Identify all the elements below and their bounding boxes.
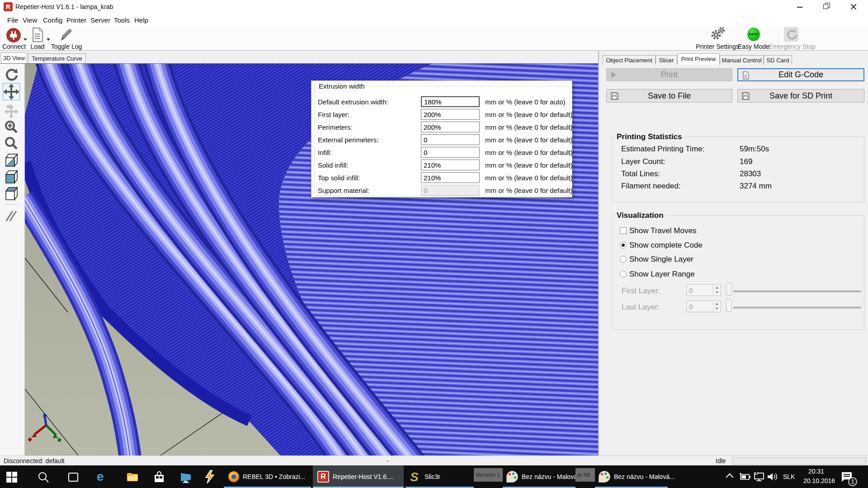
rotate-view-icon[interactable] [5, 68, 18, 81]
easy-mode-button[interactable]: EASY [747, 28, 760, 41]
start-button-icon[interactable] [6, 472, 17, 483]
edit-gcode-button[interactable]: Edit G-Code [737, 68, 864, 81]
show-complete-code-label[interactable]: Show complete Code [629, 241, 703, 250]
remote-desktop-icon[interactable] [180, 472, 192, 483]
toggle-log-label: Toggle Log [51, 43, 82, 50]
show-layer-range-radio[interactable] [620, 271, 627, 277]
external-perimeters-width-input[interactable] [421, 134, 480, 145]
edge-browser-icon[interactable]: e [97, 471, 108, 483]
tab-temperature-curve[interactable]: Temperature Curve [28, 53, 86, 64]
field-hint: mm or % (leave 0 for default) [485, 149, 572, 156]
field-hint: mm or % (leave 0 for default) [485, 136, 572, 144]
emergency-stop-icon [784, 27, 798, 42]
tab-object-placement[interactable]: Object Placement [603, 55, 656, 65]
connect-button[interactable] [6, 28, 21, 43]
firefox-icon [228, 471, 239, 482]
easy-mode-label: Easy Mode [737, 43, 770, 50]
front-view-icon[interactable] [4, 169, 19, 184]
close-button[interactable] [843, 0, 863, 14]
language-indicator[interactable]: SLK [783, 473, 795, 480]
notification-badge[interactable]: 1 [848, 477, 857, 486]
show-layer-range-label[interactable]: Show Layer Range [629, 270, 695, 279]
load-button[interactable] [31, 27, 44, 42]
zoom-in-icon[interactable] [4, 120, 19, 134]
taskbar: e REBEL 3D • Zobrazi... R Repetier-Host … [0, 465, 868, 488]
minimize-button[interactable] [789, 0, 810, 14]
menu-server[interactable]: Server [90, 16, 110, 24]
tab-manual-control[interactable]: Manual Control [720, 55, 764, 65]
taskbar-firefox-button[interactable]: REBEL 3D • Zobrazi... [224, 465, 311, 488]
taskbar-paint1-button[interactable]: Bez názvu - Malová... [503, 465, 576, 488]
menu-help[interactable]: Help [134, 16, 148, 24]
top-view-icon[interactable] [4, 186, 19, 201]
store-icon[interactable] [154, 471, 165, 483]
pencil-icon [59, 27, 74, 42]
tab-3d-view[interactable]: 3D View [1, 52, 27, 64]
easy-badge: EASY [747, 32, 760, 36]
printer-state: Idle [716, 457, 726, 465]
show-single-layer-label[interactable]: Show Single Layer [629, 255, 693, 264]
battery-icon[interactable] [739, 473, 751, 480]
main-toolbar: Connect Load Toggle Log Printer Settings… [0, 26, 868, 51]
field-label: Top solid infill: [318, 174, 360, 182]
file-explorer-icon[interactable] [127, 472, 138, 482]
gcode-file-icon [742, 71, 750, 80]
save-for-sd-button[interactable]: Save for SD Print [737, 89, 864, 103]
volume-icon[interactable] [767, 472, 778, 481]
load-dropdown-icon[interactable] [47, 38, 50, 41]
background-window-peek[interactable]: Version 1 [474, 468, 503, 482]
taskbar-slic3r-button[interactable]: S Slic3r [406, 465, 474, 488]
tab-print-preview[interactable]: Print Preview [677, 53, 720, 65]
spinner-arrows-icon [713, 301, 721, 312]
clock-time[interactable]: 20:31 [808, 468, 824, 475]
zoom-fit-icon[interactable] [4, 136, 19, 150]
gears-icon [710, 26, 725, 42]
top-solid-infill-width-input[interactable] [421, 172, 480, 183]
taskbar-button-label: Bez názvu - Malová... [522, 473, 583, 480]
perimeters-width-input[interactable] [421, 122, 480, 132]
menu-view[interactable]: View [23, 16, 37, 24]
infill-width-input[interactable] [421, 147, 480, 158]
taskbar-repetier-button[interactable]: R Repetier-Host V1.6.... [313, 465, 404, 488]
background-window-peek[interactable]: at htt [576, 468, 595, 482]
parallel-projection-icon[interactable] [5, 208, 18, 224]
first-layer-width-input[interactable] [421, 109, 480, 120]
search-icon[interactable] [38, 472, 49, 483]
menu-file[interactable]: File [7, 16, 18, 24]
menu-config[interactable]: Config [43, 16, 62, 24]
default-extrusion-width-input[interactable] [421, 96, 480, 107]
save-to-file-button[interactable]: Save to File [606, 89, 732, 103]
field-label: External perimeters: [318, 136, 378, 144]
status-center: - [387, 457, 389, 465]
tab-slicer[interactable]: Slicer [656, 55, 677, 65]
taskbar-paint2-button[interactable]: Bez názvu - Malová... [595, 465, 668, 488]
task-view-icon[interactable] [68, 472, 79, 482]
connect-dropdown-icon[interactable] [24, 38, 27, 41]
stat-value: 59m:50s [740, 145, 769, 154]
solid-infill-width-input[interactable] [421, 160, 480, 170]
printer-settings-button[interactable] [710, 26, 725, 42]
show-travel-moves-label[interactable]: Show Travel Moves [629, 226, 696, 235]
network-icon[interactable] [753, 472, 765, 481]
taskbar-button-label: Slic3r [425, 473, 440, 480]
isometric-view-icon[interactable] [4, 152, 19, 168]
restore-button[interactable] [816, 0, 837, 14]
move-view-button[interactable] [3, 83, 20, 100]
menu-printer[interactable]: Printer [66, 16, 86, 24]
floppy-icon [742, 92, 750, 100]
field-hint: mm or % (leave 0 for default) [485, 174, 572, 182]
menu-tools[interactable]: Tools [114, 16, 130, 24]
paint-icon [599, 471, 610, 483]
show-single-layer-radio[interactable] [620, 256, 627, 263]
winamp-icon[interactable] [203, 470, 216, 483]
window-title: Repetier-Host V1.6.1 - lampa_krab [15, 3, 113, 10]
move-object-icon[interactable] [4, 103, 19, 119]
show-travel-moves-checkbox[interactable] [620, 227, 627, 234]
tray-chevron-icon[interactable] [726, 474, 734, 481]
clock-date[interactable]: 20.10.2016 [803, 477, 835, 484]
tab-sd-card[interactable]: SD Card [764, 55, 792, 65]
emergency-stop-button[interactable] [784, 27, 798, 42]
toggle-log-button[interactable] [59, 27, 74, 42]
taskbar-button-label: Repetier-Host V1.6.... [333, 473, 394, 480]
show-complete-code-radio[interactable] [620, 242, 627, 249]
